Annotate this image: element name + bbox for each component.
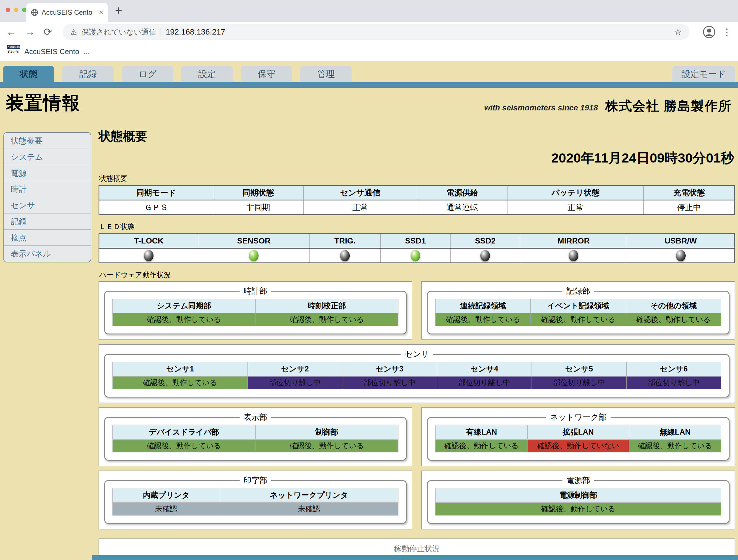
globe-icon xyxy=(31,9,38,16)
sidebar-item-電源[interactable]: 電源 xyxy=(4,165,91,181)
security-warning-text: 保護されていない通信 xyxy=(81,27,156,37)
led-col-header: USBR/W xyxy=(627,233,735,248)
hardware-rows: 時計部システム同期部時刻校正部確認後、動作している確認後、動作している記録部連続… xyxy=(98,281,735,529)
hw-col-header: デバイスドライバ部 xyxy=(113,425,256,439)
hardware-panel-表示部: 表示部デバイスドライバ部制御部確認後、動作している確認後、動作している xyxy=(98,407,412,466)
status-col-header: バッテリ状態 xyxy=(507,185,644,200)
sidebar-item-記録[interactable]: 記録 xyxy=(4,213,91,229)
hw-status-cell: 未確認 xyxy=(113,503,220,516)
tab-設定[interactable]: 設定 xyxy=(181,66,233,82)
fieldset-ネットワーク部: ネットワーク部有線LAN拡張LAN無線LAN確認後、動作している確認後、動作して… xyxy=(427,412,730,461)
led-cell-SENSOR xyxy=(198,248,309,263)
hw-status-cell: 確認後、動作している xyxy=(256,439,398,452)
tab-記録[interactable]: 記録 xyxy=(62,66,114,82)
led-cell-TRIG. xyxy=(309,248,380,263)
back-icon[interactable]: ← xyxy=(6,27,16,37)
fieldset-時計部: 時計部システム同期部時刻校正部確認後、動作している確認後、動作している xyxy=(104,286,407,334)
led-off-icon xyxy=(144,250,153,261)
status-col-header: センサ通信 xyxy=(303,185,417,200)
reload-icon[interactable]: ⟳ xyxy=(44,27,52,37)
address-bar[interactable]: ⚠ 保護されていない通信 192.168.136.217 ☆ xyxy=(63,24,689,40)
hardware-panel-印字部: 印字部内蔵プリンタネットワークプリンタ未確認未確認 xyxy=(98,471,412,529)
led-off-icon xyxy=(676,250,686,261)
minimize-window-button[interactable] xyxy=(14,8,18,12)
sidebar-item-状態概要[interactable]: 状態概要 xyxy=(4,133,91,149)
sidebar-item-センサ[interactable]: センサ xyxy=(4,197,91,213)
fieldset-センサ: センサセンサ1センサ2センサ3センサ4センサ5センサ6確認後、動作している部位切… xyxy=(104,349,730,398)
status-value-cell: 停止中 xyxy=(644,200,735,215)
sidebar-item-システム[interactable]: システム xyxy=(4,149,91,165)
bookmark-star-icon[interactable]: ☆ xyxy=(674,27,682,37)
hw-col-header: イベント記録領域 xyxy=(531,299,626,313)
security-warning-icon[interactable]: ⚠ xyxy=(70,28,77,37)
led-off-icon xyxy=(480,250,490,261)
app-tabs: 状態記録ログ設定保守管理 xyxy=(0,61,738,82)
fieldset-電源部: 電源部電源制御部確認後、動作している xyxy=(427,475,730,524)
hardware-table-印字部: 内蔵プリンタネットワークプリンタ未確認未確認 xyxy=(112,488,398,516)
hw-status-cell: 部位切り離し中 xyxy=(248,376,342,389)
led-header-row: T-LOCKSENSORTRIG.SSD1SSD2MIRRORUSBR/W xyxy=(99,233,735,248)
status-value-cell: ＧＰＳ xyxy=(99,200,213,215)
fieldset-legend: ネットワーク部 xyxy=(546,412,610,423)
sidebar-item-表示パネル[interactable]: 表示パネル xyxy=(4,246,91,262)
chrome-menu-icon[interactable]: ⋮ xyxy=(722,26,732,38)
sidebar-item-時計[interactable]: 時計 xyxy=(4,181,91,197)
hw-status-cell: 部位切り離し中 xyxy=(532,376,627,389)
status-overview-table: 同期モード同期状態センサ通信電源供給バッテリ状態充電状態 ＧＰＳ非同期正常通常運… xyxy=(98,185,735,215)
brand-tagline: with seismometers since 1918 xyxy=(484,103,598,112)
hw-col-header: センサ5 xyxy=(532,362,627,376)
hw-col-header: センサ3 xyxy=(342,362,437,376)
browser-titlebar: AccuSEIS Cento - 勝島製作所 : ht × + xyxy=(0,0,738,22)
hw-status-cell: 部位切り離し中 xyxy=(437,376,531,389)
tab-管理[interactable]: 管理 xyxy=(300,66,352,82)
led-cell-SSD1 xyxy=(381,248,450,263)
fieldset-legend: 印字部 xyxy=(240,475,271,486)
hw-status-cell: 確認後、動作している xyxy=(256,313,398,326)
led-col-header: SENSOR xyxy=(198,233,309,248)
traffic-lights xyxy=(6,8,27,12)
hardware-panel-電源部: 電源部電源制御部確認後、動作している xyxy=(421,471,735,529)
hw-status-cell: 部位切り離し中 xyxy=(627,376,721,389)
hw-col-header: センサ1 xyxy=(113,362,248,376)
status-col-header: 同期状態 xyxy=(213,185,303,200)
led-col-header: SSD1 xyxy=(381,233,450,248)
hw-status-cell: 確認後、動作している xyxy=(626,313,721,326)
bookmark-bar: AccuSEIS Cento AccuSEIS Cento -... xyxy=(0,42,738,61)
close-window-button[interactable] xyxy=(6,8,10,12)
maximize-window-button[interactable] xyxy=(22,8,27,12)
tab-settings-mode[interactable]: 設定モード xyxy=(672,66,735,82)
sidebar-item-接点[interactable]: 接点 xyxy=(4,229,91,246)
status-value-cell: 非同期 xyxy=(213,200,303,215)
browser-tab[interactable]: AccuSEIS Cento - 勝島製作所 : ht × xyxy=(26,3,108,22)
section-heading: 状態概要 xyxy=(98,128,735,145)
fieldset-legend: 時計部 xyxy=(240,286,271,297)
led-cell-SSD2 xyxy=(450,248,520,263)
hardware-table-時計部: システム同期部時刻校正部確認後、動作している確認後、動作している xyxy=(112,299,398,326)
hardware-panel-センサ: センサセンサ1センサ2センサ3センサ4センサ5センサ6確認後、動作している部位切… xyxy=(98,344,735,403)
profile-avatar-icon[interactable] xyxy=(703,26,715,38)
tab-close-icon[interactable]: × xyxy=(99,8,103,16)
hw-status-cell: 確認後、動作している xyxy=(435,313,531,326)
status-overview-value-row: ＧＰＳ非同期正常通常運転正常停止中 xyxy=(99,200,735,215)
status-col-header: 電源供給 xyxy=(417,185,507,200)
fieldset-legend: 電源部 xyxy=(563,475,594,486)
fieldset-legend: 記録部 xyxy=(563,286,594,297)
tab-状態[interactable]: 状態 xyxy=(3,66,54,82)
hardware-label: ハードウェア動作状況 xyxy=(99,270,735,279)
url-text[interactable]: 192.168.136.217 xyxy=(166,27,225,37)
hw-status-cell: 部位切り離し中 xyxy=(342,376,437,389)
hw-status-cell: 確認後、動作している xyxy=(629,439,721,452)
hw-status-cell: 確認後、動作している xyxy=(113,376,248,389)
hardware-table-電源部: 電源制御部確認後、動作している xyxy=(435,488,721,516)
new-tab-icon[interactable]: + xyxy=(115,3,122,18)
forward-icon[interactable]: → xyxy=(25,27,35,37)
hardware-row: 表示部デバイスドライバ部制御部確認後、動作している確認後、動作しているネットワー… xyxy=(98,407,735,466)
bookmark-item[interactable]: AccuSEIS Cento -... xyxy=(24,47,90,56)
favicon-top-text: AccuSEIS xyxy=(7,45,20,49)
hardware-row: 印字部内蔵プリンタネットワークプリンタ未確認未確認電源部電源制御部確認後、動作し… xyxy=(98,471,735,529)
tab-ログ[interactable]: ログ xyxy=(122,66,173,82)
fieldset-印字部: 印字部内蔵プリンタネットワークプリンタ未確認未確認 xyxy=(104,475,407,524)
tab-保守[interactable]: 保守 xyxy=(241,66,292,82)
hw-col-header: 拡張LAN xyxy=(527,425,629,439)
brand-company: 株式会社 勝島製作所 xyxy=(605,97,732,115)
